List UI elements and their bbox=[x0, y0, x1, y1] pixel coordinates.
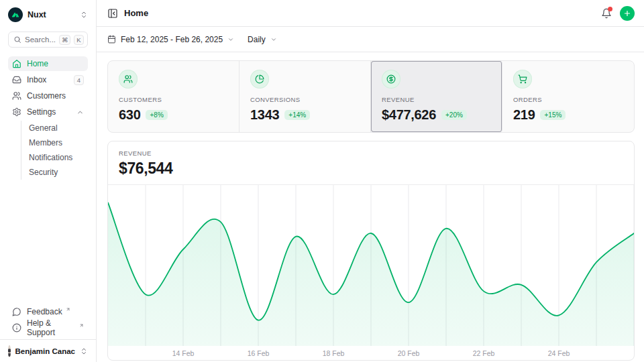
nuxt-logo bbox=[8, 7, 23, 22]
stat-value: 1343 bbox=[250, 107, 279, 123]
date-range-label: Feb 12, 2025 - Feb 26, 2025 bbox=[121, 35, 223, 44]
stat-chip bbox=[513, 70, 532, 88]
stat-value: 219 bbox=[513, 107, 535, 123]
chevrons-up-down-icon bbox=[80, 11, 88, 19]
external-link-icon bbox=[79, 323, 84, 328]
new-item-button[interactable] bbox=[620, 6, 635, 21]
sidebar-item-inbox[interactable]: Inbox 4 bbox=[8, 72, 88, 87]
main-area: Home Feb 12, 2025 - Feb 26, 2025 Daily bbox=[97, 0, 644, 362]
workspace-name: Nuxt bbox=[28, 10, 75, 19]
sidebar: Nuxt Search... ⌘ K Home Inbox 4 Customer… bbox=[0, 0, 97, 362]
stat-chip bbox=[382, 70, 400, 88]
search-shortcut-key: K bbox=[74, 35, 84, 45]
stat-card-customers[interactable]: CUSTOMERS 630 +8% bbox=[108, 61, 239, 132]
chart-pie-icon bbox=[255, 74, 264, 84]
stat-card-conversions[interactable]: CONVERSIONS 1343 +14% bbox=[239, 61, 371, 132]
stat-chip bbox=[119, 70, 138, 88]
sidebar-item-customers[interactable]: Customers bbox=[8, 88, 88, 103]
sidebar-subitem-security[interactable]: Security bbox=[21, 165, 88, 180]
chart-header: REVENUE $76,544 bbox=[108, 141, 634, 185]
workspace-switcher[interactable]: Nuxt bbox=[8, 7, 88, 23]
footer-link-label: Feedback bbox=[27, 307, 62, 316]
user-name: Benjamin Canac bbox=[15, 347, 75, 355]
topbar: Home bbox=[97, 0, 644, 27]
sidebar-item-label: Home bbox=[27, 59, 48, 68]
svg-text:24 Feb: 24 Feb bbox=[548, 349, 570, 357]
gear-icon bbox=[12, 107, 21, 117]
chat-bubble-icon bbox=[12, 307, 21, 316]
user-menu[interactable]: Benjamin Canac bbox=[0, 339, 96, 362]
svg-text:22 Feb: 22 Feb bbox=[473, 349, 495, 357]
sidebar-item-settings[interactable]: Settings bbox=[8, 105, 88, 119]
inbox-icon bbox=[12, 75, 21, 84]
shopping-cart-icon bbox=[518, 74, 527, 84]
stat-card-revenue[interactable]: REVENUE $477,626 +20% bbox=[371, 61, 502, 132]
period-select[interactable]: Daily bbox=[248, 35, 277, 44]
sidebar-spacer bbox=[8, 180, 88, 304]
nuxt-logo-icon bbox=[11, 10, 20, 19]
stat-label: CUSTOMERS bbox=[119, 96, 228, 103]
stat-delta-badge: +14% bbox=[284, 110, 310, 120]
notifications-button[interactable] bbox=[601, 8, 612, 19]
svg-text:18 Feb: 18 Feb bbox=[323, 349, 345, 357]
users-icon bbox=[123, 74, 133, 84]
sidebar-item-label: Inbox bbox=[27, 75, 46, 84]
chevrons-up-down-icon bbox=[80, 347, 88, 355]
search-shortcut-key: ⌘ bbox=[59, 35, 70, 45]
date-range-picker[interactable]: Feb 12, 2025 - Feb 26, 2025 bbox=[107, 35, 234, 44]
sidebar-subitem-members[interactable]: Members bbox=[21, 135, 88, 150]
chart-current-value: $76,544 bbox=[119, 160, 623, 178]
chart-title: REVENUE bbox=[119, 149, 623, 157]
search-icon bbox=[13, 36, 21, 44]
stat-value: $477,626 bbox=[382, 107, 436, 123]
stat-label: ORDERS bbox=[513, 96, 623, 103]
content: CUSTOMERS 630 +8% CONVERSIONS 1343 +14% bbox=[97, 52, 644, 362]
page-title: Home bbox=[124, 8, 148, 18]
sidebar-subitem-general[interactable]: General bbox=[21, 121, 88, 135]
sidebar-item-label: Settings bbox=[27, 107, 56, 117]
panel-left-close-icon bbox=[107, 8, 118, 19]
period-label: Daily bbox=[248, 35, 266, 44]
feedback-link[interactable]: Feedback bbox=[8, 304, 88, 319]
revenue-chart[interactable]: 14 Feb16 Feb18 Feb20 Feb22 Feb24 Feb bbox=[108, 185, 634, 360]
sidebar-subitem-notifications[interactable]: Notifications bbox=[21, 150, 88, 165]
stat-value: 630 bbox=[119, 107, 140, 123]
toolbar: Feb 12, 2025 - Feb 26, 2025 Daily bbox=[97, 27, 644, 52]
revenue-chart-card: REVENUE $76,544 14 Feb16 Feb18 Feb20 Feb… bbox=[107, 141, 635, 361]
stats-row: CUSTOMERS 630 +8% CONVERSIONS 1343 +14% bbox=[107, 60, 635, 133]
stat-delta-badge: +20% bbox=[441, 110, 467, 120]
help-support-link[interactable]: Help & Support bbox=[8, 320, 88, 335]
chevron-up-icon bbox=[76, 109, 84, 116]
chevron-down-icon bbox=[270, 36, 277, 43]
person-icon bbox=[8, 347, 11, 357]
notification-dot bbox=[608, 7, 612, 11]
sidebar-nav: Home Inbox 4 Customers Settings General … bbox=[8, 56, 88, 180]
inbox-count-badge: 4 bbox=[74, 75, 84, 85]
info-circle-icon bbox=[12, 323, 21, 333]
svg-text:14 Feb: 14 Feb bbox=[172, 349, 195, 357]
external-link-icon bbox=[66, 307, 70, 312]
search-placeholder: Search... bbox=[25, 36, 56, 44]
stat-delta-badge: +15% bbox=[540, 110, 566, 120]
footer-link-label: Help & Support bbox=[27, 318, 76, 337]
circle-dollar-icon bbox=[386, 74, 396, 84]
sidebar-item-label: Customers bbox=[27, 91, 66, 101]
stat-label: REVENUE bbox=[382, 96, 491, 103]
settings-submenu: General Members Notifications Security bbox=[21, 121, 88, 180]
home-icon bbox=[12, 59, 21, 68]
svg-text:16 Feb: 16 Feb bbox=[248, 349, 270, 357]
plus-icon bbox=[623, 9, 631, 17]
stat-delta-badge: +8% bbox=[146, 110, 167, 120]
users-icon bbox=[12, 91, 21, 101]
avatar bbox=[8, 345, 11, 357]
sidebar-footer-nav: Feedback Help & Support bbox=[8, 304, 88, 339]
stat-card-orders[interactable]: ORDERS 219 +15% bbox=[502, 61, 634, 132]
topbar-actions bbox=[601, 6, 635, 21]
sidebar-collapse-button[interactable] bbox=[107, 8, 118, 19]
svg-text:20 Feb: 20 Feb bbox=[398, 349, 420, 357]
search-input[interactable]: Search... ⌘ K bbox=[8, 32, 88, 48]
calendar-icon bbox=[107, 35, 116, 44]
stat-chip bbox=[250, 70, 269, 88]
sidebar-item-home[interactable]: Home bbox=[8, 56, 88, 71]
chevron-down-icon bbox=[227, 36, 234, 43]
